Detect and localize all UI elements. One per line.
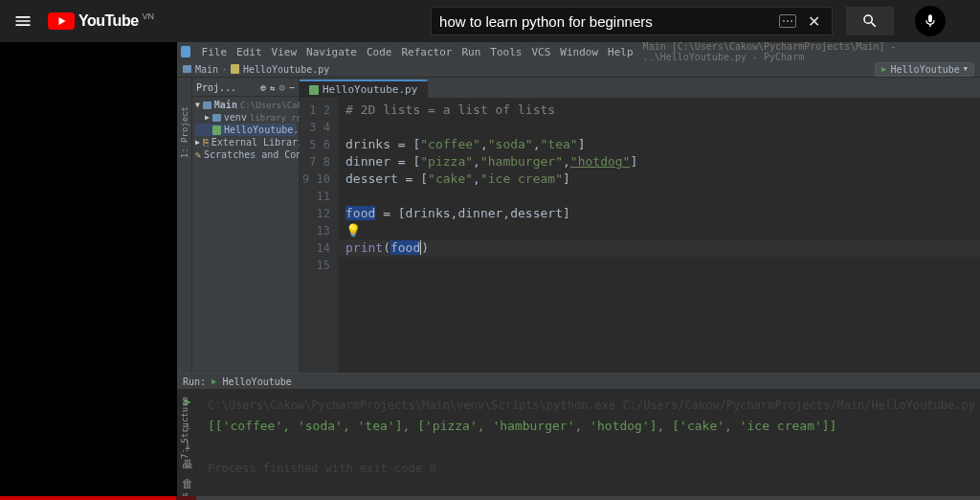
breadcrumb-file: HelloYoutube.py <box>243 64 329 75</box>
structure-tab[interactable]: 7: Structure <box>180 397 189 459</box>
play-icon: ▶ <box>881 64 886 74</box>
menu-file[interactable]: File <box>202 46 228 58</box>
menu-help[interactable]: Help <box>608 46 634 58</box>
python-file-icon <box>309 85 319 95</box>
keyboard-icon[interactable] <box>779 14 796 28</box>
python-file-icon <box>231 64 239 74</box>
tree-scratches[interactable]: ✎ Scratches and Consoles <box>195 148 296 161</box>
project-panel: Proj... ⊕ ⇆ ⚙ − ▼ Main C:\Users\Cakow\Py… <box>192 78 300 373</box>
chevron-down-icon: ▼ <box>964 65 968 73</box>
run-panel-name: HelloYoutube <box>223 376 292 387</box>
voice-search-button[interactable] <box>915 6 946 36</box>
tree-file-helloyoutube[interactable]: HelloYoutube.py <box>195 124 296 136</box>
run-panel-header: Run: ▶ HelloYoutube <box>177 374 980 389</box>
project-tree: ▼ Main C:\Users\Cakow\Py ▶ venv library … <box>192 97 299 163</box>
run-config-name: HelloYoutube <box>891 64 960 75</box>
video-progress-bar[interactable] <box>0 496 980 500</box>
menu-tools[interactable]: Tools <box>490 46 522 58</box>
project-tool-window-tab[interactable]: 1: Project <box>177 78 192 373</box>
project-panel-header: Proj... ⊕ ⇆ ⚙ − <box>192 80 299 97</box>
collapse-icon[interactable]: ⇆ <box>270 83 275 93</box>
search-button[interactable] <box>846 7 894 35</box>
breadcrumb[interactable]: Main › HelloYoutube.py <box>183 64 329 75</box>
youtube-play-icon <box>48 12 75 30</box>
pycharm-logo-icon <box>181 46 190 57</box>
intention-bulb-icon[interactable]: 💡 <box>345 223 361 238</box>
left-tool-tabs: 7: Structure 2: Favorites <box>177 397 192 500</box>
menu-window[interactable]: Window <box>560 46 598 58</box>
youtube-header: YouTube VN ✕ <box>0 0 980 42</box>
youtube-brand-text: YouTube <box>78 12 139 30</box>
tree-root[interactable]: ▼ Main C:\Users\Cakow\Py <box>195 99 296 111</box>
progress-played <box>0 496 176 500</box>
run-panel-label: Run: <box>183 376 206 387</box>
editor-area: HelloYoutube.py 1 2 3 4 5 6 7 8 9 10 11 … <box>300 78 980 373</box>
menu-vcs[interactable]: VCS <box>531 46 550 58</box>
menu-navigate[interactable]: Navigate <box>306 46 357 58</box>
gear-icon[interactable]: ⚙ <box>278 81 285 94</box>
run-configuration-selector[interactable]: ▶ HelloYoutube ▼ <box>875 62 974 77</box>
chevron-right-icon: › <box>222 65 227 74</box>
editor-gutter: 1 2 3 4 5 6 7 8 9 10 11 12 13 14 15 <box>300 98 338 373</box>
tree-external-libraries[interactable]: ▶⎘ External Libraries <box>195 136 296 148</box>
menu-run[interactable]: Run <box>461 46 480 58</box>
target-icon[interactable]: ⊕ <box>260 82 266 93</box>
menu-refactor[interactable]: Refactor <box>402 46 453 58</box>
code-content[interactable]: # 2D lists = a list of lists drinks = ["… <box>338 98 980 373</box>
menu-code[interactable]: Code <box>367 46 392 58</box>
menu-edit[interactable]: Edit <box>236 46 262 58</box>
ide-menu-bar: File Edit View Navigate Code Refactor Ru… <box>177 42 980 61</box>
ide-title-path: Main [C:\Users\Cakow\PycharmProjects\Mai… <box>643 41 976 62</box>
play-icon: ▶ <box>212 376 216 386</box>
search-input[interactable] <box>439 13 779 30</box>
clear-search-icon[interactable]: ✕ <box>804 12 824 31</box>
project-panel-title: Proj... <box>196 82 236 93</box>
pycharm-ide: File Edit View Navigate Code Refactor Ru… <box>177 42 980 490</box>
editor-tabbar: HelloYoutube.py <box>300 78 980 98</box>
run-panel: Run: ▶ HelloYoutube ▶ ⇩ ⤓ 🖶 🗑 C:\Users\C… <box>177 373 980 496</box>
progress-remaining <box>196 496 980 500</box>
menu-view[interactable]: View <box>272 46 298 58</box>
console-output[interactable]: C:\Users\Cakow\PycharmProjects\Main\venv… <box>198 389 980 496</box>
ide-nav-bar: Main › HelloYoutube.py ▶ HelloYoutube ▼ <box>177 61 980 78</box>
folder-icon <box>183 65 191 73</box>
breadcrumb-folder: Main <box>195 64 218 75</box>
search-bar[interactable]: ✕ <box>431 7 833 35</box>
hamburger-menu-icon[interactable] <box>11 10 34 33</box>
tree-venv[interactable]: ▶ venv library root <box>195 111 296 124</box>
editor-tab-helloyoutube[interactable]: HelloYoutube.py <box>300 80 428 98</box>
youtube-country-code: VN <box>143 11 155 21</box>
hide-icon[interactable]: − <box>289 82 295 93</box>
progress-buffered <box>176 496 195 500</box>
code-editor[interactable]: 1 2 3 4 5 6 7 8 9 10 11 12 13 14 15 # 2D… <box>300 98 980 373</box>
youtube-logo[interactable]: YouTube VN <box>48 12 154 30</box>
